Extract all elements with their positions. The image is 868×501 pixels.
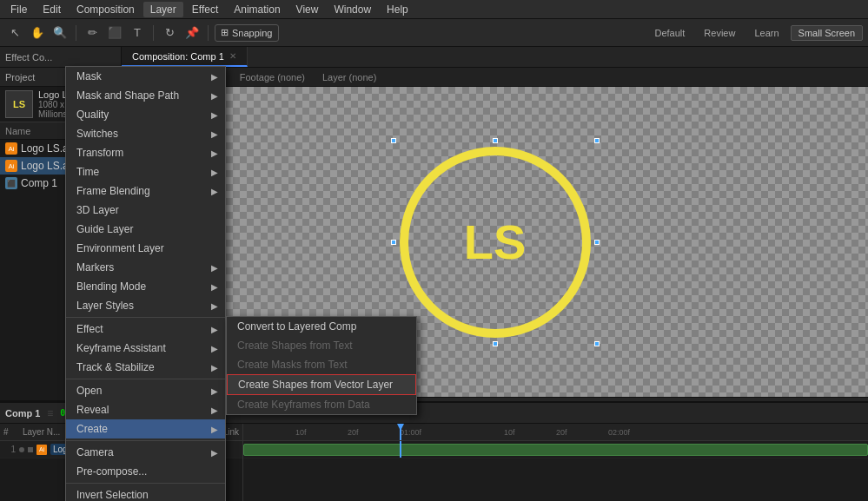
menu-item-keyframe-assistant[interactable]: Keyframe Assistant ▶ <box>66 339 225 358</box>
comp-tab-close[interactable]: ✕ <box>229 51 236 61</box>
menu-item-mask-arrow: ▶ <box>211 72 218 82</box>
submenu-item-shapes-text-label: Create Shapes from Text <box>237 339 353 352</box>
workspace-review[interactable]: Review <box>696 25 743 41</box>
menu-animation[interactable]: Animation <box>227 2 287 17</box>
menu-item-create[interactable]: Create ▶ <box>66 419 225 438</box>
menu-item-reveal-label: Reveal <box>76 404 109 416</box>
submenu-item-convert[interactable]: Convert to Layered Comp <box>227 317 416 336</box>
submenu-item-shapes-vector[interactable]: Create Shapes from Vector Layer <box>227 374 416 395</box>
menu-item-open-label: Open <box>76 385 102 397</box>
menu-item-transform[interactable]: Transform ▶ <box>66 143 225 162</box>
rotate-tool[interactable]: ↻ <box>160 23 179 43</box>
menu-item-environment-layer[interactable]: Environment Layer <box>66 239 225 258</box>
col-num: # <box>3 427 17 437</box>
toolbar-sep-2 <box>153 25 154 41</box>
menu-item-create-label: Create <box>76 423 108 435</box>
menu-bar: File Edit Composition Layer Effect Anima… <box>0 0 868 19</box>
menu-item-guide-layer[interactable]: Guide Layer <box>66 220 225 239</box>
workspace-small-screen[interactable]: Small Screen <box>791 25 863 41</box>
menu-item-3d-layer[interactable]: 3D Layer <box>66 201 225 220</box>
menu-item-quality[interactable]: Quality ▶ <box>66 105 225 124</box>
menu-item-effect[interactable]: Effect ▶ <box>66 320 225 339</box>
menu-item-frame-blending-label: Frame Blending <box>76 185 150 197</box>
menu-sep-1 <box>66 317 225 318</box>
ruler-mark-10f-2: 10f <box>504 428 515 437</box>
menu-item-effect-arrow: ▶ <box>211 325 218 334</box>
menu-item-environment-layer-label: Environment Layer <box>76 242 164 254</box>
menu-layer[interactable]: Layer <box>143 2 183 17</box>
menu-item-markers[interactable]: Markers ▶ <box>66 258 225 277</box>
menu-file[interactable]: File <box>3 2 34 17</box>
menu-item-time[interactable]: Time ▶ <box>66 162 225 181</box>
menu-help[interactable]: Help <box>380 2 415 17</box>
col-layer: Layer N... <box>23 427 60 437</box>
menu-item-switches[interactable]: Switches ▶ <box>66 124 225 143</box>
comp-tab-composition[interactable]: Composition: Comp 1 ✕ <box>122 47 248 67</box>
menu-item-track-stabilize[interactable]: Track & Stabilize ▶ <box>66 358 225 377</box>
menu-edit[interactable]: Edit <box>36 2 68 17</box>
select-tool[interactable]: ↖ <box>5 23 24 43</box>
submenu-item-convert-label: Convert to Layered Comp <box>237 320 356 333</box>
selection-handle-tl[interactable] <box>391 138 396 143</box>
layer-context-menu: Mask ▶ Mask and Shape Path ▶ Quality ▶ S… <box>65 66 226 501</box>
logo-circle: LS <box>400 147 591 338</box>
shape-tool[interactable]: ⬛ <box>105 23 124 43</box>
snapping-toggle[interactable]: ⊞ Snapping <box>215 24 279 42</box>
menu-window[interactable]: Window <box>327 2 378 17</box>
menu-composition[interactable]: Composition <box>70 2 142 17</box>
menu-item-mask-shape[interactable]: Mask and Shape Path ▶ <box>66 86 225 105</box>
logo-text: LS <box>464 214 527 270</box>
menu-effect[interactable]: Effect <box>185 2 225 17</box>
menu-item-effect-label: Effect <box>76 323 103 335</box>
menu-sep-4 <box>66 483 225 484</box>
name-label: Name <box>5 126 30 136</box>
panel-header-title: Effect Co... <box>5 52 52 63</box>
menu-item-pre-compose[interactable]: Pre-compose... <box>66 462 225 481</box>
viewer-tab-footage[interactable]: Footage (none) <box>240 72 305 82</box>
layer-solo-1 <box>19 447 24 452</box>
zoom-tool[interactable]: 🔍 <box>50 23 70 43</box>
submenu-item-keyframes-data: Create Keyframes from Data <box>227 395 416 414</box>
menu-item-reveal[interactable]: Reveal ▶ <box>66 400 225 419</box>
submenu-item-masks-text-label: Create Masks from Text <box>237 359 347 371</box>
selection-handle-ml[interactable] <box>391 240 396 245</box>
layer-vis-1 <box>28 447 33 452</box>
menu-item-frame-blending-arrow: ▶ <box>211 187 218 196</box>
menu-item-blending-mode[interactable]: Blending Mode ▶ <box>66 277 225 296</box>
menu-item-quality-label: Quality <box>76 109 109 121</box>
hand-tool[interactable]: ✋ <box>28 23 47 43</box>
selection-handle-mr[interactable] <box>594 240 600 245</box>
layer-name-0: Logo LS.ai <box>21 142 70 155</box>
menu-item-markers-arrow: ▶ <box>211 263 218 273</box>
viewer-tab-layer[interactable]: Layer (none) <box>322 72 376 82</box>
selection-handle-br[interactable] <box>594 341 600 346</box>
menu-item-layer-styles[interactable]: Layer Styles ▶ <box>66 296 225 315</box>
menu-item-mask[interactable]: Mask ▶ <box>66 67 225 86</box>
puppet-tool[interactable]: 📌 <box>182 23 202 43</box>
ruler-mark-20f-2: 20f <box>556 428 567 437</box>
main-toolbar: ↖ ✋ 🔍 ✏ ⬛ T ↻ 📌 ⊞ Snapping Default Revie… <box>0 19 868 47</box>
layer-name-2: Comp 1 <box>21 177 57 189</box>
submenu-item-shapes-vector-label: Create Shapes from Vector Layer <box>238 379 393 391</box>
menu-view[interactable]: View <box>289 2 326 17</box>
track-bar-1 <box>243 444 868 456</box>
text-tool[interactable]: T <box>128 23 147 43</box>
menu-item-invert-selection[interactable]: Invert Selection <box>66 485 225 501</box>
layer-icon-comp-2: ⬛ <box>5 177 17 189</box>
menu-item-markers-label: Markers <box>76 261 114 274</box>
selection-handle-bm[interactable] <box>493 341 498 346</box>
timeline-ruler: 10f 20f 01:00f 10f 20f 02:00f <box>243 424 868 441</box>
menu-item-frame-blending[interactable]: Frame Blending ▶ <box>66 181 225 201</box>
menu-item-camera[interactable]: Camera ▶ <box>66 443 225 462</box>
workspace-learn[interactable]: Learn <box>746 25 786 41</box>
menu-item-open-arrow: ▶ <box>211 386 218 396</box>
selection-handle-tm[interactable] <box>493 138 498 143</box>
pen-tool[interactable]: ✏ <box>83 23 102 43</box>
workspace-default[interactable]: Default <box>647 25 693 41</box>
timeline-comp-label: Comp 1 <box>5 408 40 419</box>
selection-handle-tr[interactable] <box>594 138 600 143</box>
menu-item-open[interactable]: Open ▶ <box>66 381 225 400</box>
ruler-mark-2m: 02:00f <box>608 428 630 437</box>
submenu-item-masks-text: Create Masks from Text <box>227 355 416 374</box>
menu-item-keyframe-assistant-label: Keyframe Assistant <box>76 342 166 354</box>
